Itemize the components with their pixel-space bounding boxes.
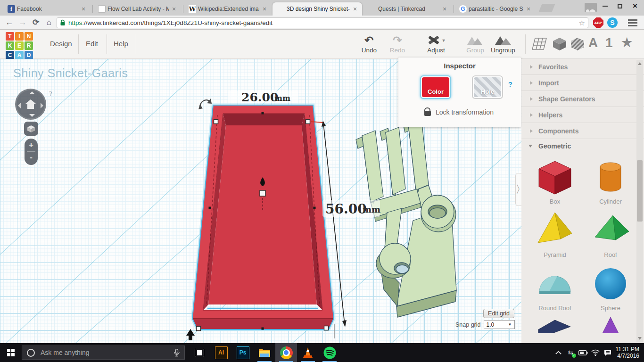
tab-separator xyxy=(183,5,183,13)
orbit-down-arrow[interactable] xyxy=(29,114,35,117)
start-button[interactable] xyxy=(0,343,22,362)
tab-3d-design-active[interactable]: 3D design Shiny Snicket- × xyxy=(272,2,362,16)
sidebar-scrollbar[interactable] xyxy=(636,60,643,342)
taskbar-photoshop[interactable]: Ps xyxy=(232,343,254,362)
shape-roof[interactable]: Roof xyxy=(583,208,638,258)
home-button[interactable]: ⌂ xyxy=(42,18,56,27)
tab-close-icon[interactable]: × xyxy=(80,5,87,13)
maximize-button[interactable] xyxy=(612,0,628,12)
back-button[interactable]: ← xyxy=(3,18,16,27)
chrome-menu-icon[interactable] xyxy=(627,17,638,28)
green-shape[interactable] xyxy=(356,119,456,317)
menu-design[interactable]: Design xyxy=(50,40,72,48)
ungroup-button[interactable]: Ungroup xyxy=(487,33,520,54)
close-button[interactable]: × xyxy=(627,0,643,12)
text-tool-icon[interactable]: A xyxy=(588,35,598,50)
sidebar-item-helpers[interactable]: Helpers xyxy=(521,107,644,123)
microphone-icon[interactable] xyxy=(174,349,180,357)
tab-separator xyxy=(454,5,454,13)
new-tab-button[interactable] xyxy=(538,4,555,12)
taskbar-clock[interactable]: 11:31 PM 4/7/2016 xyxy=(616,346,639,359)
tab-quests[interactable]: Quests | Tinkercad × xyxy=(364,2,452,16)
star-tool-icon[interactable]: ★ xyxy=(621,35,632,50)
sidebar-item-shape-generators[interactable]: Shape Generators xyxy=(521,91,644,107)
shape-pyramid[interactable]: Pyramid xyxy=(527,208,583,258)
red-tray-shape[interactable] xyxy=(192,105,334,329)
orbit-up-arrow[interactable] xyxy=(29,91,35,94)
taskbar-vlc[interactable] xyxy=(297,343,319,362)
shape-cylinder[interactable]: Cylinder xyxy=(583,155,638,205)
bookmark-star-icon[interactable]: ☆ xyxy=(579,19,585,27)
ungroup-icon xyxy=(487,33,520,47)
orbit-navigation-pad[interactable] xyxy=(15,89,46,120)
tab-wikipedia[interactable]: W Wikipedia:Extended imag × xyxy=(184,2,272,16)
hole-swatch-button[interactable]: Hole xyxy=(472,75,503,99)
tab-close-icon[interactable]: × xyxy=(261,5,268,13)
task-view-button[interactable] xyxy=(189,343,210,362)
profile-avatar[interactable] xyxy=(585,3,597,12)
taskbar-chrome[interactable] xyxy=(275,343,297,362)
zoom-out-button[interactable]: - xyxy=(25,152,38,164)
reload-button[interactable]: ⟳ xyxy=(29,17,42,27)
scroll-down-icon[interactable] xyxy=(638,337,642,340)
workplane-tool-icon[interactable] xyxy=(531,36,548,53)
inspector-help-icon[interactable]: ? xyxy=(508,80,512,88)
tab-flow-cell[interactable]: Flow Cell Lab Activity - M × xyxy=(93,2,181,16)
tab-facebook[interactable]: f Facebook × xyxy=(3,2,91,16)
snap-grid-label: Snap grid xyxy=(455,321,481,328)
cone-shape-icon xyxy=(589,314,632,333)
snap-grid-dropdown[interactable]: 1.0 ▼ xyxy=(484,320,515,329)
lock-transformation-toggle[interactable]: Lock transformation xyxy=(424,108,494,116)
sidebar-item-import[interactable]: Import xyxy=(521,75,644,91)
taskbar-illustrator[interactable]: Ai xyxy=(210,343,232,362)
minimize-button[interactable] xyxy=(597,0,613,12)
forward-button[interactable]: → xyxy=(16,18,29,27)
home-view-icon[interactable] xyxy=(25,99,36,109)
unlock-icon xyxy=(424,111,431,116)
menu-edit[interactable]: Edit xyxy=(86,40,98,48)
shape-partial-wedge[interactable] xyxy=(527,314,583,333)
sidebar-item-components[interactable]: Components xyxy=(521,123,644,139)
adjust-button[interactable]: ▾ Adjust xyxy=(420,33,453,54)
nav-help-icon[interactable]: ? xyxy=(49,90,52,98)
windows-logo-icon xyxy=(7,349,15,356)
hole-box-tool-icon[interactable] xyxy=(570,37,586,53)
fit-view-button[interactable] xyxy=(24,122,38,136)
solid-box-tool-icon[interactable] xyxy=(552,37,568,53)
redo-button[interactable]: ↷ Redo xyxy=(381,33,414,54)
taskbar-spotify[interactable] xyxy=(319,343,340,362)
center-handle xyxy=(260,190,265,196)
shape-partial-cone[interactable] xyxy=(583,314,638,333)
address-bar[interactable]: https://www.tinkercad.com/things/1XEj0d8… xyxy=(57,17,588,28)
tab-close-icon[interactable]: × xyxy=(441,5,448,13)
tray-expand-button[interactable] xyxy=(553,343,565,362)
tab-close-icon[interactable]: × xyxy=(171,5,177,13)
taskbar-file-explorer[interactable] xyxy=(254,343,275,362)
action-center-icon[interactable] xyxy=(602,343,614,362)
edit-grid-button[interactable]: Edit grid xyxy=(483,309,514,318)
adblock-extension-icon[interactable]: ABP xyxy=(593,17,603,28)
wifi-icon[interactable] xyxy=(589,343,602,362)
sidebar-item-favorites[interactable]: Favorites xyxy=(521,59,644,75)
tab-close-icon[interactable]: × xyxy=(525,5,532,13)
tab-close-icon[interactable]: × xyxy=(352,5,358,13)
cortana-search-box[interactable]: Ask me anything xyxy=(22,346,185,360)
zoom-in-button[interactable]: + xyxy=(25,139,38,151)
tab-google-search[interactable]: G parastaltic - Google Sear × xyxy=(454,2,536,16)
shape-box[interactable]: Box xyxy=(527,155,583,205)
scroll-up-icon[interactable] xyxy=(638,62,642,65)
battery-icon[interactable] xyxy=(577,343,589,362)
scrollbar-thumb[interactable] xyxy=(637,160,643,222)
shape-round-roof[interactable]: Round Roof xyxy=(527,261,583,312)
shape-sphere[interactable]: Sphere xyxy=(583,261,638,312)
zoom-controls[interactable]: + - xyxy=(25,139,38,165)
menu-help[interactable]: Help xyxy=(114,40,128,48)
skype-extension-icon[interactable]: S xyxy=(607,17,618,28)
sidebar-item-geometric[interactable]: Geometric xyxy=(521,139,644,153)
number-tool-icon[interactable]: 1 xyxy=(605,35,613,50)
tinkercad-logo[interactable]: T I N K E R C A D xyxy=(6,32,33,59)
orbit-right-arrow[interactable] xyxy=(41,103,43,108)
orbit-left-arrow[interactable] xyxy=(18,103,21,108)
sync-status-icon[interactable]: ⇆ ✓ xyxy=(565,343,577,362)
color-swatch-button[interactable]: Color xyxy=(420,75,451,99)
